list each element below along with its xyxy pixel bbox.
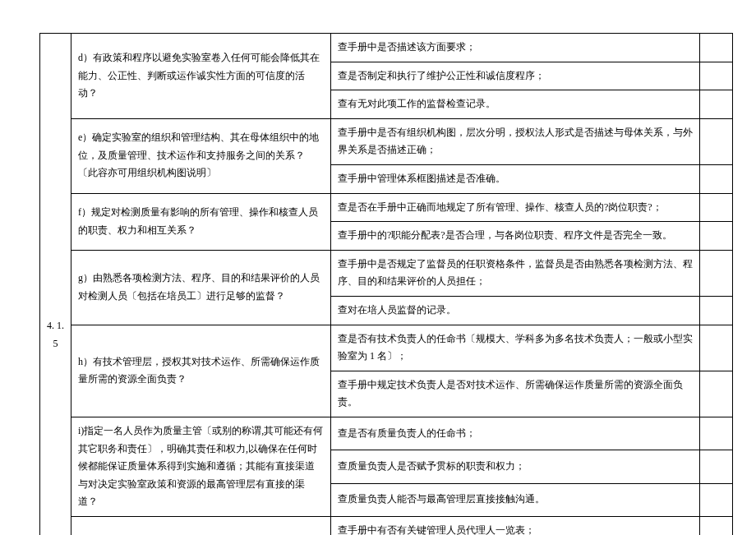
empty-cell [700, 450, 733, 483]
empty-cell [700, 90, 733, 119]
table-row: j)指定关键管理人员〔最高管理者、技术负责人、和质量负责人等〕的代理人？查手册中… [40, 516, 733, 535]
empty-cell [700, 62, 733, 90]
empty-cell [700, 296, 733, 325]
table-row: i)指定一名人员作为质量主管〔或别的称谓,其可能还有何其它职务和责任〕，明确其责… [40, 417, 733, 450]
check-cell: 查有无对此项工作的监督检查记录。 [331, 90, 700, 119]
table-row: e）确定实验室的组织和管理结构、其在母体组织中的地位，及质量管理、技术运作和支持… [40, 118, 733, 164]
requirements-table: 4. 1. 5d）有政策和程序以避免实验室卷入任何可能会降低其在能力、公正性、判… [39, 33, 733, 535]
check-cell: 查手册中是否有组织机构图，层次分明，授权法人形式是否描述与母体关系，与外界关系是… [331, 118, 700, 164]
question-cell: d）有政策和程序以避免实验室卷入任何可能会降低其在能力、公正性、判断或运作诚实性… [71, 34, 331, 119]
question-cell: j)指定关键管理人员〔最高管理者、技术负责人、和质量负责人等〕的代理人？ [71, 516, 331, 535]
table-row: f）规定对检测质量有影响的所有管理、操作和核查人员的职责、权力和相互关系？查是否… [40, 193, 733, 222]
check-cell: 查是否有技术负责人的任命书〔规模大、学科多为多名技术负责人；一般或小型实验室为 … [331, 325, 700, 371]
table-row: h）有技术管理层，授权其对技术运作、所需确保运作质量所需的资源全面负责？查是否有… [40, 325, 733, 371]
empty-cell [700, 34, 733, 62]
check-cell: 查质量负责人是否赋予贯标的职责和权力； [331, 450, 700, 483]
table-row: 4. 1. 5d）有政策和程序以避免实验室卷入任何可能会降低其在能力、公正性、判… [40, 34, 733, 62]
check-cell: 查手册中是否描述该方面要求； [331, 34, 700, 62]
question-cell: g）由熟悉各项检测方法、程序、目的和结果评价的人员对检测人员〔包括在培员工〕进行… [71, 250, 331, 325]
question-cell: e）确定实验室的组织和管理结构、其在母体组织中的地位，及质量管理、技术运作和支持… [71, 118, 331, 193]
question-cell: i)指定一名人员作为质量主管〔或别的称谓,其可能还有何其它职务和责任〕，明确其责… [71, 417, 331, 516]
check-cell: 查手册中规定技术负责人是否对技术运作、所需确保运作质量所需的资源全面负责。 [331, 371, 700, 417]
check-cell: 查手册中有否有关键管理人员代理人一览表； [331, 516, 700, 535]
empty-cell [700, 417, 733, 450]
check-cell: 查是否在手册中正确而地规定了所有管理、操作、核查人员的?岗位职责?； [331, 193, 700, 222]
empty-cell [700, 483, 733, 516]
empty-cell [700, 222, 733, 251]
table-row: g）由熟悉各项检测方法、程序、目的和结果评价的人员对检测人员〔包括在培员工〕进行… [40, 250, 733, 296]
empty-cell [700, 118, 733, 164]
check-cell: 查手册中管理体系框图描述是否准确。 [331, 164, 700, 193]
empty-cell [700, 516, 733, 535]
empty-cell [700, 164, 733, 193]
empty-cell [700, 325, 733, 371]
check-cell: 查手册中是否规定了监督员的任职资格条件，监督员是否由熟悉各项检测方法、程序、目的… [331, 250, 700, 296]
empty-cell [700, 250, 733, 296]
check-cell: 查对在培人员监督的记录。 [331, 296, 700, 325]
empty-cell [700, 371, 733, 417]
check-cell: 查是否有质量负责人的任命书； [331, 417, 700, 450]
empty-cell [700, 193, 733, 222]
check-cell: 查是否制定和执行了维护公正性和诚信度程序； [331, 62, 700, 90]
check-cell: 查质量负责人能否与最高管理层直接接触沟通。 [331, 483, 700, 516]
question-cell: f）规定对检测质量有影响的所有管理、操作和核查人员的职责、权力和相互关系？ [71, 193, 331, 250]
question-cell: h）有技术管理层，授权其对技术运作、所需确保运作质量所需的资源全面负责？ [71, 325, 331, 417]
section-number: 4. 1. 5 [40, 34, 71, 536]
check-cell: 查手册中的?职能分配表?是否合理，与各岗位职责、程序文件是否完全一致。 [331, 222, 700, 251]
